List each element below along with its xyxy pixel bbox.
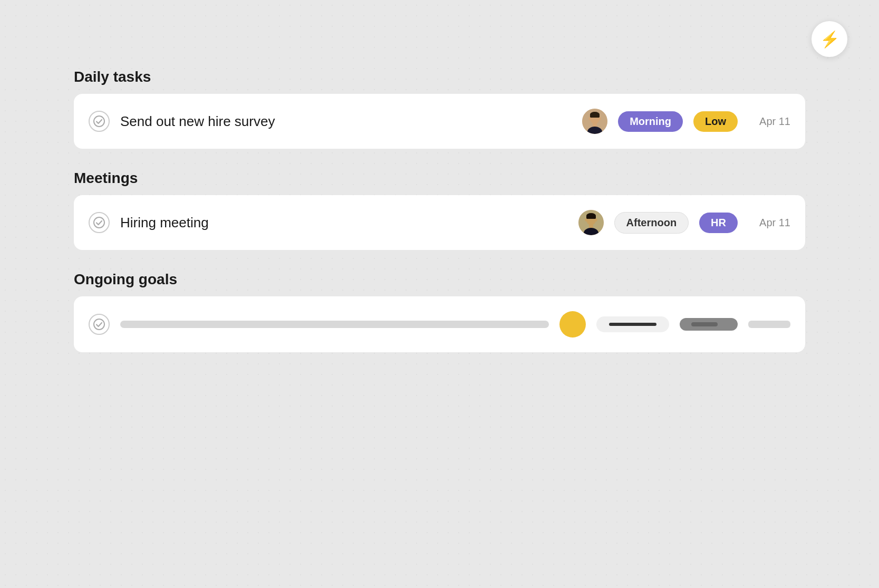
priority-tag: Low <box>693 111 738 132</box>
task-title: Send out new hire survey <box>120 113 572 130</box>
ongoing-goals-heading: Ongoing goals <box>74 271 805 288</box>
daily-tasks-card: Send out new hire survey <box>74 94 805 149</box>
meetings-heading: Meetings <box>74 170 805 187</box>
task-complete-icon[interactable] <box>89 111 110 132</box>
svg-point-17 <box>595 218 597 221</box>
svg-rect-4 <box>590 114 600 118</box>
quick-actions-button[interactable]: ⚡ <box>812 21 847 57</box>
table-row[interactable]: Send out new hire survey <box>89 94 790 149</box>
goal-title-placeholder <box>120 321 549 328</box>
table-row[interactable]: Hiring meeting <box>89 195 790 250</box>
daily-tasks-heading: Daily tasks <box>74 69 805 85</box>
dash-placeholder <box>609 323 656 326</box>
ongoing-goals-card <box>74 296 805 352</box>
table-row[interactable] <box>89 296 790 352</box>
lightning-icon: ⚡ <box>820 30 839 49</box>
avatar <box>578 210 604 235</box>
category-tag-placeholder <box>680 318 738 331</box>
goal-complete-icon[interactable] <box>89 314 110 335</box>
time-tag: Morning <box>618 111 683 132</box>
svg-rect-15 <box>589 225 593 228</box>
time-tag: Afternoon <box>614 212 689 234</box>
svg-point-7 <box>589 117 591 120</box>
svg-point-0 <box>94 116 104 127</box>
svg-rect-13 <box>586 216 596 219</box>
svg-rect-6 <box>593 123 597 127</box>
meetings-card: Hiring meeting <box>74 195 805 250</box>
due-date: Apr 11 <box>748 217 790 229</box>
category-tag: HR <box>699 213 738 233</box>
main-content: Daily tasks Send out new hire survey <box>74 69 805 373</box>
svg-point-9 <box>94 217 104 228</box>
avatar <box>582 109 607 134</box>
avatar-placeholder <box>559 311 586 338</box>
tag-placeholder <box>596 316 669 332</box>
svg-point-18 <box>94 319 104 330</box>
meeting-title: Hiring meeting <box>120 215 568 231</box>
due-date: Apr 11 <box>748 115 790 128</box>
date-placeholder <box>748 321 790 328</box>
svg-point-8 <box>599 117 601 120</box>
svg-point-16 <box>585 218 587 221</box>
meeting-complete-icon[interactable] <box>89 212 110 233</box>
